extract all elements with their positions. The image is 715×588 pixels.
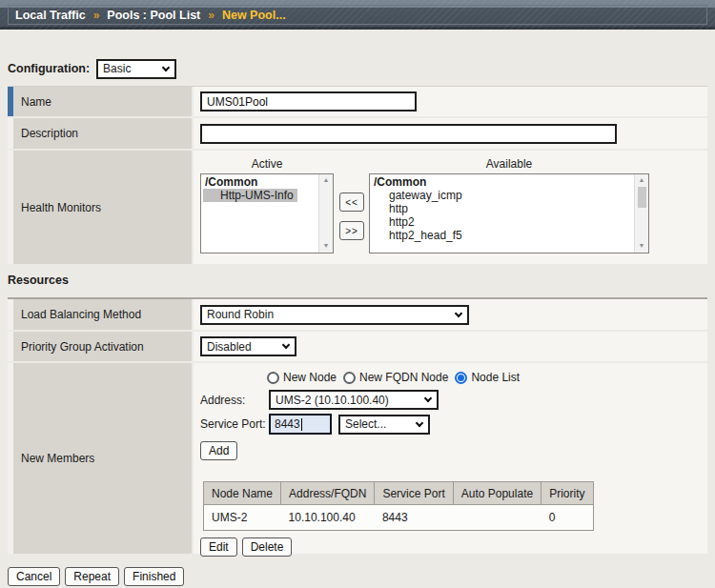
- address-select-value: UMS-2 (10.10.100.40): [276, 394, 389, 407]
- chevron-down-icon: [416, 418, 423, 426]
- listbox-item[interactable]: gateway_icmp: [372, 189, 634, 202]
- table-cell: UMS-2: [204, 505, 281, 531]
- topbar: Local Traffic » Pools : Pool List » New …: [0, 0, 715, 30]
- health-monitors-label: Health Monitors: [8, 151, 192, 264]
- breadcrumb-link-local-traffic[interactable]: Local Traffic: [15, 9, 86, 22]
- name-label: Name: [8, 87, 192, 116]
- listbox-item[interactable]: http2_head_f5: [372, 229, 634, 242]
- row-name: Name: [8, 87, 707, 116]
- radio-icon: [267, 372, 279, 384]
- listbox-item[interactable]: http2: [372, 215, 634, 229]
- breadcrumb: Local Traffic » Pools : Pool List » New …: [8, 5, 707, 25]
- radio-option-label: New Node: [283, 371, 337, 384]
- service-port-select[interactable]: Select...: [338, 415, 430, 435]
- radio-option-new-fqdn-node[interactable]: New FQDN Node: [343, 371, 448, 384]
- breadcrumb-separator-icon: »: [93, 9, 100, 22]
- load-balancing-label: Load Balancing Method: [8, 299, 192, 330]
- available-listbox[interactable]: /Common gateway_icmp http http2 http2_he…: [369, 173, 649, 253]
- resources-table: Load Balancing Method Round Robin Priori…: [8, 297, 707, 554]
- row-priority-group: Priority Group Activation Disabled: [8, 332, 707, 361]
- row-description: Description: [8, 118, 707, 149]
- scroll-down-icon[interactable]: ▼: [639, 242, 645, 251]
- table-header-cell: Address/FQDN: [281, 482, 375, 505]
- description-input[interactable]: [200, 124, 617, 144]
- move-left-button[interactable]: <<: [339, 193, 364, 212]
- radio-option-new-node[interactable]: New Node: [267, 371, 337, 384]
- priority-group-select-value: Disabled: [207, 340, 252, 354]
- table-cell: 8443: [375, 505, 453, 531]
- row-new-members: New Members New Node New FQDN Node Node …: [8, 363, 707, 554]
- table-header-cell: Auto Populate: [453, 482, 541, 505]
- priority-group-label: Priority Group Activation: [8, 332, 192, 361]
- row-load-balancing: Load Balancing Method Round Robin: [8, 299, 707, 330]
- chevron-down-icon: [162, 63, 170, 71]
- footer-actions: Cancel Repeat Finished: [8, 567, 707, 586]
- breadcrumb-link-pool-list[interactable]: Pools : Pool List: [107, 9, 200, 22]
- service-port-label: Service Port:: [200, 417, 269, 431]
- configuration-select[interactable]: Basic: [96, 59, 176, 79]
- chevron-down-icon: [282, 341, 290, 349]
- members-table: Node Name Address/FQDN Service Port Auto…: [203, 481, 594, 531]
- active-list-title: Active: [200, 157, 334, 173]
- cancel-button[interactable]: Cancel: [8, 567, 60, 586]
- breadcrumb-separator-icon: »: [208, 9, 214, 22]
- radio-icon: [343, 372, 356, 384]
- move-right-button[interactable]: >>: [339, 221, 364, 240]
- chevron-down-icon: [424, 395, 432, 402]
- configuration-label: Configuration:: [8, 62, 90, 75]
- delete-button[interactable]: Delete: [242, 537, 293, 557]
- description-label: Description: [8, 118, 192, 149]
- resources-title: Resources: [8, 274, 707, 289]
- load-balancing-select-value: Round Robin: [207, 308, 274, 321]
- scroll-up-icon[interactable]: ▲: [639, 176, 645, 185]
- available-listbox-scrollbar[interactable]: ▲ ▼: [634, 174, 648, 253]
- active-listbox-scrollbar[interactable]: ▲ ▼: [318, 174, 333, 253]
- add-button[interactable]: Add: [200, 441, 237, 460]
- listbox-group: /Common: [372, 175, 634, 189]
- configuration-select-value: Basic: [103, 62, 131, 75]
- node-type-radio-group: New Node New FQDN Node Node List: [267, 370, 701, 385]
- listbox-item[interactable]: http: [372, 202, 634, 215]
- radio-option-node-list[interactable]: Node List: [455, 371, 520, 384]
- radio-option-label: Node List: [471, 371, 520, 384]
- scroll-up-icon[interactable]: ▲: [323, 176, 330, 185]
- row-health-monitors: Health Monitors Active /Common Http-UMS-…: [8, 151, 707, 264]
- radio-option-label: New FQDN Node: [359, 371, 448, 384]
- configuration-row: Configuration: Basic: [8, 58, 707, 79]
- new-members-label: New Members: [8, 363, 192, 554]
- repeat-button[interactable]: Repeat: [65, 567, 119, 586]
- table-cell: [453, 505, 541, 531]
- table-header-cell: Service Port: [375, 482, 453, 505]
- name-input[interactable]: [200, 91, 417, 112]
- table-header-cell: Priority: [541, 482, 593, 505]
- table-row: UMS-2 10.10.100.40 8443 0: [204, 505, 594, 531]
- address-label: Address:: [200, 394, 269, 407]
- priority-group-select[interactable]: Disabled: [200, 336, 296, 356]
- chevron-down-icon: [455, 309, 462, 316]
- table-cell: 0: [541, 505, 593, 531]
- listbox-group: /Common: [203, 175, 318, 189]
- finished-button[interactable]: Finished: [124, 567, 184, 586]
- table-header-row: Node Name Address/FQDN Service Port Auto…: [204, 482, 594, 505]
- scroll-down-icon[interactable]: ▼: [323, 242, 330, 251]
- edit-button[interactable]: Edit: [200, 537, 237, 557]
- available-list-title: Available: [369, 157, 649, 173]
- table-header-cell: Node Name: [204, 482, 281, 505]
- load-balancing-select[interactable]: Round Robin: [200, 305, 469, 325]
- service-port-input[interactable]: 8443: [269, 414, 332, 435]
- active-listbox[interactable]: /Common Http-UMS-Info ▲ ▼: [200, 173, 334, 253]
- service-port-select-value: Select...: [345, 417, 386, 431]
- address-select[interactable]: UMS-2 (10.10.100.40): [269, 390, 439, 410]
- general-settings-table: Name Description Health Monitors Active …: [8, 86, 707, 264]
- radio-checked-icon: [455, 372, 467, 384]
- text-caret: [301, 418, 302, 431]
- scrollbar-thumb[interactable]: [638, 187, 646, 208]
- breadcrumb-current: New Pool...: [222, 9, 286, 22]
- listbox-item[interactable]: Http-UMS-Info: [203, 189, 297, 202]
- table-cell: 10.10.100.40: [281, 505, 375, 531]
